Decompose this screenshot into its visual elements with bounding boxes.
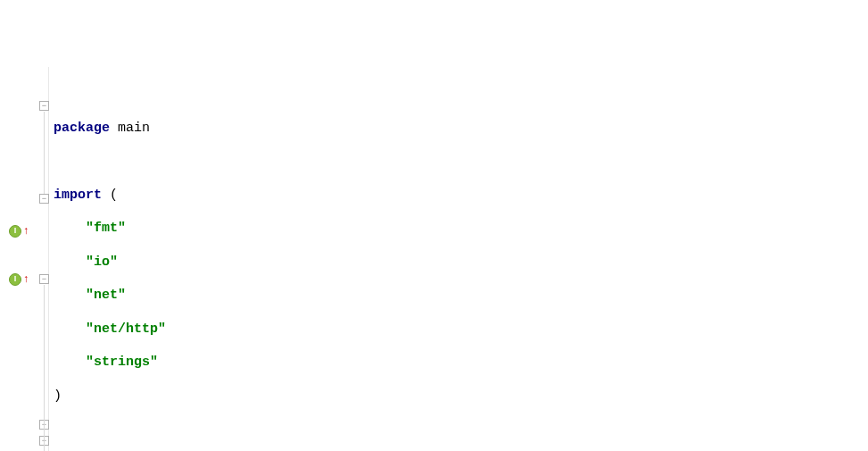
code-line[interactable]: "io" — [54, 255, 868, 271]
fold-guide — [44, 285, 45, 451]
gutter: − − I↑ I↑ − − − — [0, 67, 49, 451]
code-line[interactable]: import ( — [54, 188, 868, 205]
gutter-indicator: I↑ — [9, 272, 29, 286]
fold-toggle[interactable]: − — [39, 274, 49, 284]
code-line[interactable]: "strings" — [54, 355, 868, 372]
code-line[interactable]: "net/http" — [54, 322, 868, 338]
fold-guide — [44, 112, 45, 194]
fold-toggle[interactable]: − — [39, 194, 49, 204]
code-line[interactable]: "net" — [54, 288, 868, 305]
code-line[interactable] — [54, 155, 868, 171]
gutter-indicator: I↑ — [9, 224, 29, 238]
code-line[interactable] — [54, 422, 868, 438]
code-editor[interactable]: − − I↑ I↑ − − − package main import ( "f… — [0, 67, 868, 451]
code-line[interactable]: "fmt" — [54, 221, 868, 238]
fold-toggle[interactable]: − — [39, 101, 49, 111]
code-line[interactable]: package main — [54, 121, 868, 138]
code-line[interactable]: ) — [54, 388, 868, 405]
